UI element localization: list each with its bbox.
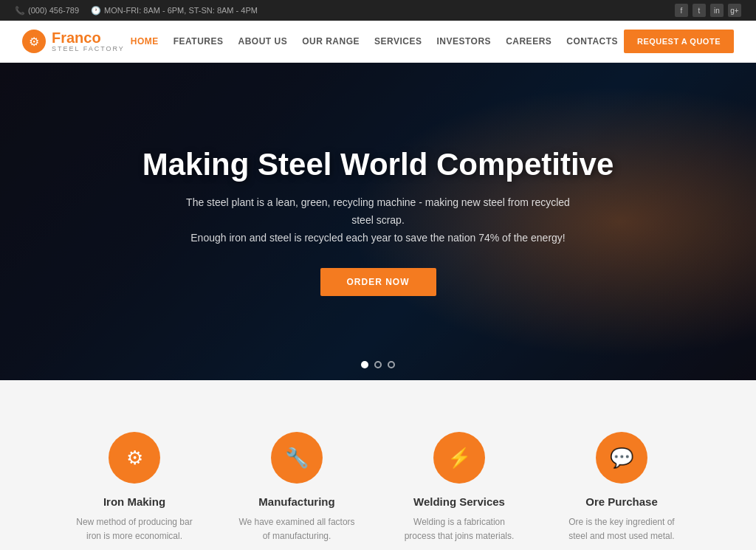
- instagram-icon[interactable]: in: [710, 4, 724, 17]
- ore-purchase-icon: 💬: [596, 432, 647, 484]
- hours-info: 🕐 MON-FRI: 8AM - 6PM, ST-SN: 8AM - 4PM: [91, 6, 258, 16]
- nav-contacts[interactable]: CONTACTS: [566, 36, 618, 47]
- request-quote-button[interactable]: REQUEST A QUOTE: [624, 30, 734, 53]
- header: ⚙ Franco STEEL FACTORY HOME FEATURES ABO…: [0, 21, 756, 63]
- service-manufacturing: 🔧 Manufacturing We have examined all fac…: [216, 417, 378, 550]
- manufacturing-desc: We have examined all factors of manufact…: [238, 515, 356, 543]
- logo-icon: ⚙: [22, 30, 46, 53]
- nav-careers[interactable]: CAREERS: [506, 36, 551, 47]
- logo-text: Franco STEEL FACTORY: [52, 30, 125, 52]
- service-iron-making: ⚙ Iron Making New method of producing ba…: [53, 417, 216, 550]
- nav-range[interactable]: OUR RANGE: [302, 36, 360, 47]
- welding-title: Welding Services: [400, 495, 518, 508]
- welding-icon: ⚡: [433, 432, 485, 484]
- clock-icon: 🕐: [91, 6, 101, 16]
- logo-name: Franco: [52, 30, 125, 45]
- social-icons: f t in g+: [675, 4, 741, 17]
- iron-making-icon: ⚙: [109, 432, 160, 484]
- twitter-icon[interactable]: t: [693, 4, 706, 17]
- phone-number: (000) 456-789: [28, 6, 79, 15]
- phone-info: 📞 (000) 456-789: [15, 6, 79, 16]
- top-bar-left: 📞 (000) 456-789 🕐 MON-FRI: 8AM - 6PM, ST…: [15, 6, 258, 16]
- ore-purchase-title: Ore Purchase: [563, 495, 681, 508]
- nav-about[interactable]: ABOUT US: [238, 36, 288, 47]
- hero-title: Making Steel World Competitive: [142, 147, 614, 182]
- service-welding: ⚡ Welding Services Welding is a fabricat…: [378, 417, 540, 550]
- hero-subtitle-line1: The steel plant is a lean, green, recycl…: [186, 196, 570, 226]
- order-now-button[interactable]: ORDER NOW: [320, 268, 436, 296]
- slider-dot-2[interactable]: [374, 361, 382, 368]
- manufacturing-icon: 🔧: [271, 432, 323, 484]
- slider-dots: [361, 361, 395, 368]
- main-nav: HOME FEATURES ABOUT US OUR RANGE SERVICE…: [131, 36, 618, 47]
- manufacturing-title: Manufacturing: [238, 495, 356, 508]
- iron-making-desc: New method of producing bar iron is more…: [75, 515, 193, 543]
- slider-dot-1[interactable]: [361, 361, 368, 368]
- nav-features[interactable]: FEATURES: [173, 36, 224, 47]
- hours-text: MON-FRI: 8AM - 6PM, ST-SN: 8AM - 4PM: [104, 6, 258, 15]
- logo-sub: STEEL FACTORY: [52, 45, 125, 52]
- nav-home[interactable]: HOME: [131, 36, 159, 47]
- logo: ⚙ Franco STEEL FACTORY: [22, 30, 125, 53]
- ore-purchase-desc: Ore is the key ingredient of steel and m…: [563, 515, 681, 543]
- iron-making-title: Iron Making: [75, 495, 193, 508]
- nav-services[interactable]: SERVICES: [374, 36, 422, 47]
- service-ore-purchase: 💬 Ore Purchase Ore is the key ingredient…: [540, 417, 703, 550]
- slider-dot-3[interactable]: [388, 361, 395, 368]
- top-bar: 📞 (000) 456-789 🕐 MON-FRI: 8AM - 6PM, ST…: [0, 0, 756, 21]
- facebook-icon[interactable]: f: [675, 4, 688, 17]
- googleplus-icon[interactable]: g+: [728, 4, 741, 17]
- hero-section: Making Steel World Competitive The steel…: [0, 63, 756, 380]
- hero-subtitle: The steel plant is a lean, green, recycl…: [186, 194, 570, 247]
- nav-investors[interactable]: INVESTORS: [436, 36, 491, 47]
- welding-desc: Welding is a fabrication process that jo…: [400, 515, 518, 543]
- services-section: ⚙ Iron Making New method of producing ba…: [0, 380, 756, 550]
- hero-content: Making Steel World Competitive The steel…: [113, 147, 644, 295]
- hero-subtitle-line2: Enough iron and steel is recycled each y…: [190, 232, 565, 244]
- phone-icon: 📞: [15, 6, 25, 16]
